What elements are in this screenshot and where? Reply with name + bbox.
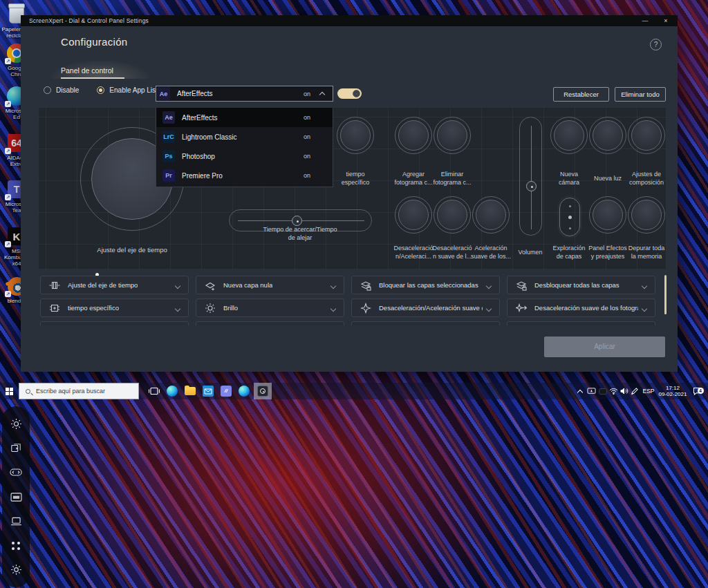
knob-agregar-fotograma[interactable] [395,117,432,154]
task-view-button[interactable] [145,383,163,399]
edge-icon [167,386,178,397]
folder-icon [185,387,196,395]
gear-icon[interactable] [9,563,23,577]
slash-app-icon: // [221,386,232,397]
tab-panel-de-control[interactable]: Panel de control [61,66,113,75]
assign-dropdown-clipped[interactable] [196,321,344,325]
new-null-layer-icon [205,280,216,291]
taskbar-screenxpert-button[interactable] [254,383,272,399]
assign-dropdown-brightness[interactable]: Brillo [196,298,344,317]
lock-layers-icon [360,280,371,291]
assign-dropdown-unlock-layers[interactable]: Desbloquear todas las capas [507,276,655,294]
assign-dropdown-null-layer[interactable]: Nueva capa nula [196,276,344,294]
action-center-button[interactable]: 4 [690,383,704,399]
tray-device-icon[interactable] [597,383,608,399]
tray-language-indicator[interactable]: ESP [640,383,657,399]
app-dropdown-list: Ae AfterEffects on LrC Lightroom Classic… [156,108,333,187]
shortcut-arrow-icon: ↗ [5,101,11,107]
radio-disable-label: Disable [56,86,79,94]
delete-all-button[interactable]: Eliminar todo [615,87,666,102]
chevron-down-icon [330,283,336,289]
chevron-down-icon [642,283,647,289]
knob-eliminar-fotograma[interactable] [434,117,471,154]
start-button[interactable] [0,383,18,399]
scrollbar-thumb[interactable] [664,275,667,314]
tray-date: 09-02-2021 [659,391,687,397]
mail-icon [203,386,214,397]
screenpad-icon[interactable] [9,490,23,504]
app-list-item-premiere[interactable]: Pr Premiere Pro on [156,166,333,185]
chevron-down-icon [175,283,180,289]
app-navigator-icon[interactable] [9,466,23,480]
app-list-item-aftereffects[interactable]: Ae AfterEffects on [156,108,333,127]
knob-tiempo-especifico[interactable] [337,117,374,154]
volume-slider[interactable] [519,117,542,236]
assign-dropdown-easy-ease[interactable]: Desaceleración/Aceleración suave de los … [351,298,500,317]
edge-icon [239,386,250,397]
knob-ajustes-composicion[interactable] [628,117,665,154]
reset-button[interactable]: Restablecer [553,87,609,102]
app-grid-icon[interactable] [9,539,23,553]
taskbar-edge-button[interactable] [163,383,181,399]
radio-disable-dot [44,86,51,94]
tray-display-icon[interactable] [586,383,597,399]
radio-enable-app-list[interactable]: Enable App List [97,86,158,94]
easy-ease-icon [360,303,371,314]
app-select-dropdown[interactable]: Ae AfterEffects on [156,86,333,102]
unlock-layers-icon [516,280,527,291]
knob-nueva-luz[interactable] [589,117,626,154]
brightness-icon[interactable] [9,417,23,430]
app-list-item-photoshop[interactable]: Ps Photoshop on [156,146,333,166]
apply-button[interactable]: Aplicar [544,336,665,357]
knob-desaceleracion-suave[interactable] [434,196,471,234]
title-bar[interactable]: ScreenXpert - Dial & Control Panel Setti… [21,15,678,26]
selected-app-name: AfterEffects [177,90,213,97]
close-button[interactable]: × [657,15,675,26]
knob-desaceleracion-aceleracion[interactable] [395,196,432,234]
laptop-display-icon[interactable] [9,514,23,528]
assign-dropdown-clipped[interactable] [351,321,500,325]
window-switch-icon[interactable] [9,442,23,455]
tray-time: 17:12 [659,385,687,391]
timeline-adjust-icon [49,280,60,291]
minimize-button[interactable]: — [636,15,654,26]
control-preview-panel: Ajuste del eje de tiempo tiempoespecífic… [38,107,667,269]
tray-show-hidden-icons[interactable] [575,383,585,399]
tray-clock[interactable]: 17:12 09-02-2021 [657,383,689,399]
tray-wifi-icon[interactable] [608,383,619,399]
layer-exploration-control[interactable] [559,198,580,236]
assign-dropdown-lock-layers[interactable]: Bloquear las capas seleccionadas [351,276,500,294]
radio-disable[interactable]: Disable [44,86,79,94]
knob-label: Depurar todala memoria [617,244,676,260]
assign-dropdown-timeline[interactable]: Ajuste del eje de tiempo [40,276,189,294]
knob-panel-efectos[interactable] [589,196,626,234]
taskbar-explorer-button[interactable] [181,383,199,399]
tray-pen-icon[interactable] [629,383,640,399]
app-list-item-lightroom[interactable]: LrC Lightroom Classic on [156,127,333,146]
assign-dropdown-specific-time[interactable]: tiempo específico [40,298,189,317]
taskbar-search[interactable]: Escribe aquí para buscar [19,383,139,399]
screenpad-dock [2,406,30,587]
knob-depurar-memoria[interactable] [628,196,665,234]
brightness-icon [205,303,216,314]
tray-volume-icon[interactable] [619,383,629,399]
taskbar-browser-button[interactable] [235,383,253,399]
knob-aceleracion-suave[interactable] [472,196,510,234]
help-icon[interactable]: ? [650,39,662,50]
photoshop-icon: Ps [162,150,175,162]
taskbar-purple-app-button[interactable]: // [217,383,235,399]
knob-nueva-camara[interactable] [550,117,588,154]
lightroom-icon: LrC [162,131,175,143]
taskbar-mail-button[interactable] [199,383,217,399]
slider-handle[interactable] [526,181,537,191]
main-dial-label: Ajuste del eje de tiempo [84,246,180,254]
assign-dropdown-clipped[interactable] [507,321,655,325]
app-enable-toggle[interactable] [337,88,362,99]
shortcut-arrow-icon: ↗ [5,194,11,200]
assign-dropdown-clipped[interactable] [40,321,189,325]
shortcut-arrow-icon: ↗ [5,148,11,154]
assign-dropdown-ease-in[interactable]: Desaceleración suave de los fotogramas c… [507,298,655,317]
chevron-down-icon [486,283,492,289]
slider-handle[interactable] [292,216,302,226]
shortcut-arrow-icon: ↗ [5,241,11,247]
